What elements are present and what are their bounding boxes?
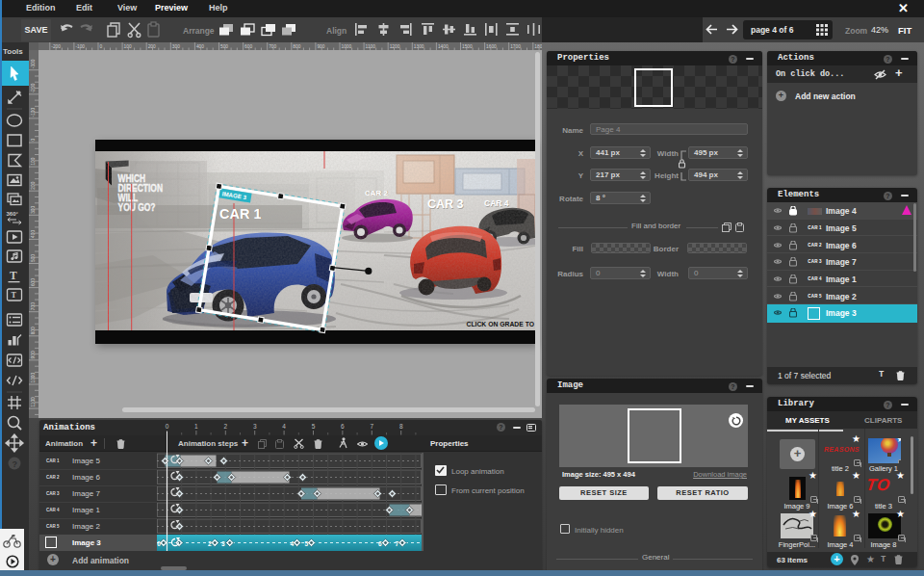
svg-text:5: 5 — [304, 539, 308, 546]
svg-text:3: 3 — [252, 423, 256, 430]
svg-text:6: 6 — [341, 423, 345, 430]
svg-text:T: T — [12, 291, 17, 300]
svg-text:0: 0 — [165, 423, 168, 430]
svg-text:T: T — [10, 270, 17, 281]
svg-text:0: 0 — [157, 539, 161, 546]
svg-text:1: 1 — [194, 423, 198, 430]
svg-text:?: ? — [13, 459, 18, 469]
svg-text:4: 4 — [290, 539, 294, 546]
svg-text:5: 5 — [311, 423, 315, 430]
svg-text:6: 6 — [378, 539, 382, 546]
svg-text:4: 4 — [282, 423, 286, 430]
svg-text:3: 3 — [221, 539, 225, 546]
svg-text:2: 2 — [208, 539, 212, 546]
svg-text:2: 2 — [223, 423, 227, 430]
svg-text:7: 7 — [370, 423, 373, 430]
svg-text:8: 8 — [398, 423, 402, 430]
svg-text:7: 7 — [395, 539, 398, 546]
svg-text:360°: 360° — [7, 211, 19, 217]
